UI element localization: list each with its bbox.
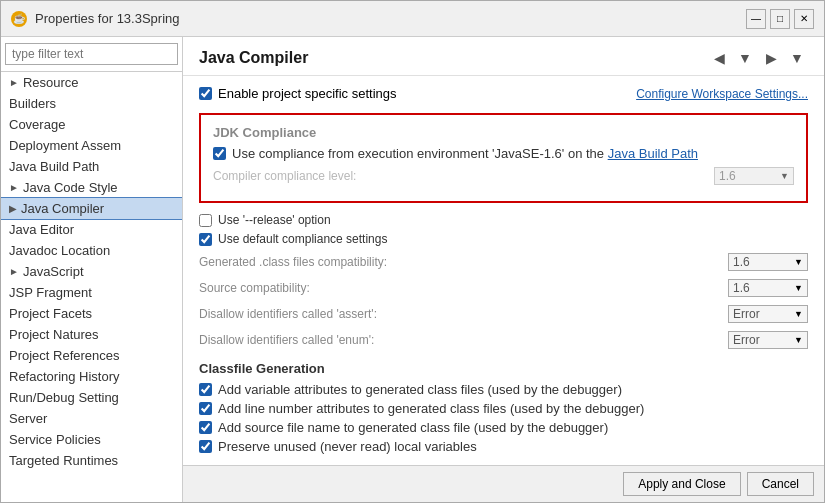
arrow-right-icon: ►: [9, 77, 19, 88]
enable-label: Enable project specific settings: [218, 86, 396, 101]
panel-title: Java Compiler: [199, 49, 308, 67]
dropdown-select-0[interactable]: 1.6 ▼: [728, 253, 808, 271]
main-panel: Java Compiler ◀ ▼ ▶ ▼ Enable project spe…: [183, 37, 824, 502]
toolbar: ◀ ▼ ▶ ▼: [708, 47, 808, 69]
sidebar-item-java-compiler[interactable]: ▶ Java Compiler: [1, 198, 182, 219]
compliance-checkbox[interactable]: [213, 147, 226, 160]
sidebar-item-javadoc-location[interactable]: Javadoc Location: [1, 240, 182, 261]
main-header: Java Compiler ◀ ▼ ▶ ▼: [183, 37, 824, 76]
sidebar-item-resource[interactable]: ► Resource: [1, 72, 182, 93]
chevron-down-icon4: ▼: [794, 309, 803, 319]
sidebar-item-project-facets[interactable]: Project Facets: [1, 303, 182, 324]
dropdown-row-1: Source compatibility: 1.6 ▼: [199, 277, 808, 299]
sidebar-item-server[interactable]: Server: [1, 408, 182, 429]
arrow-right-icon3: ►: [9, 266, 19, 277]
app-icon: ☕: [11, 11, 27, 27]
chevron-down-icon3: ▼: [794, 283, 803, 293]
apply-close-button[interactable]: Apply and Close: [623, 472, 740, 496]
sidebar-item-targeted-runtimes[interactable]: Targeted Runtimes: [1, 450, 182, 471]
dropdown-row-3: Disallow identifiers called 'enum': Erro…: [199, 329, 808, 351]
classfile-item-3: Preserve unused (never read) local varia…: [199, 439, 808, 454]
sidebar-item-deployment[interactable]: Deployment Assem: [1, 135, 182, 156]
toolbar-back-button[interactable]: ◀: [708, 47, 730, 69]
sidebar-item-coverage[interactable]: Coverage: [1, 114, 182, 135]
java-build-path-link[interactable]: Java Build Path: [608, 146, 698, 161]
configure-workspace-link[interactable]: Configure Workspace Settings...: [636, 87, 808, 101]
sidebar: ► Resource Builders Coverage Deployment …: [1, 37, 183, 502]
dropdown-select-3[interactable]: Error ▼: [728, 331, 808, 349]
window-title: Properties for 13.3Spring: [35, 11, 180, 26]
release-option-row: Use '--release' option: [199, 213, 808, 227]
minimize-button[interactable]: —: [746, 9, 766, 29]
sidebar-item-java-code-style[interactable]: ► Java Code Style: [1, 177, 182, 198]
sidebar-item-project-references[interactable]: Project References: [1, 345, 182, 366]
dropdown-row-2: Disallow identifiers called 'assert': Er…: [199, 303, 808, 325]
compliance-level-label: Compiler compliance level:: [213, 169, 714, 183]
enable-row: Enable project specific settings Configu…: [199, 86, 808, 101]
title-bar-left: ☕ Properties for 13.3Spring: [11, 11, 180, 27]
default-compliance-row: Use default compliance settings: [199, 232, 808, 246]
classfile-item-1: Add line number attributes to generated …: [199, 401, 808, 416]
toolbar-forward-button[interactable]: ▶: [760, 47, 782, 69]
chevron-down-icon2: ▼: [794, 257, 803, 267]
filter-box: [1, 37, 182, 72]
title-bar: ☕ Properties for 13.3Spring — □ ✕: [1, 1, 824, 37]
filter-input[interactable]: [5, 43, 178, 65]
classfile-title: Classfile Generation: [199, 361, 808, 376]
dropdown-select-2[interactable]: Error ▼: [728, 305, 808, 323]
content-area: ► Resource Builders Coverage Deployment …: [1, 37, 824, 502]
maximize-button[interactable]: □: [770, 9, 790, 29]
dropdown-row-0: Generated .class files compatibility: 1.…: [199, 251, 808, 273]
sidebar-item-java-editor[interactable]: Java Editor: [1, 219, 182, 240]
classfile-checkbox-0[interactable]: [199, 383, 212, 396]
release-option-checkbox[interactable]: [199, 214, 212, 227]
classfile-item-0: Add variable attributes to generated cla…: [199, 382, 808, 397]
close-button[interactable]: ✕: [794, 9, 814, 29]
sidebar-item-builders[interactable]: Builders: [1, 93, 182, 114]
enable-checkbox[interactable]: [199, 87, 212, 100]
sidebar-item-java-build-path[interactable]: Java Build Path: [1, 156, 182, 177]
main-content: Enable project specific settings Configu…: [183, 76, 824, 465]
dropdown-label-2: Disallow identifiers called 'assert':: [199, 307, 728, 321]
bottom-toolbar: Apply and Close Cancel: [183, 465, 824, 502]
classfile-checkbox-1[interactable]: [199, 402, 212, 415]
compliance-row: Use compliance from execution environmen…: [213, 146, 794, 161]
arrow-down-icon: ▶: [9, 203, 17, 214]
dropdown-label-1: Source compatibility:: [199, 281, 728, 295]
sidebar-item-service-policies[interactable]: Service Policies: [1, 429, 182, 450]
release-option-label: Use '--release' option: [218, 213, 331, 227]
compliance-level-row: Compiler compliance level: 1.6 ▼: [213, 165, 794, 187]
classfile-item-2: Add source file name to generated class …: [199, 420, 808, 435]
sidebar-item-run-debug-settings[interactable]: Run/Debug Setting: [1, 387, 182, 408]
chevron-down-icon: ▼: [780, 171, 789, 181]
chevron-down-icon5: ▼: [794, 335, 803, 345]
toolbar-dropdown2-button[interactable]: ▼: [786, 47, 808, 69]
dropdown-select-1[interactable]: 1.6 ▼: [728, 279, 808, 297]
sidebar-item-refactoring-history[interactable]: Refactoring History: [1, 366, 182, 387]
arrow-right-icon2: ►: [9, 182, 19, 193]
sidebar-item-javascript[interactable]: ► JavaScript: [1, 261, 182, 282]
enable-left: Enable project specific settings: [199, 86, 396, 101]
dropdown-label-3: Disallow identifiers called 'enum':: [199, 333, 728, 347]
sidebar-item-project-natures[interactable]: Project Natures: [1, 324, 182, 345]
compliance-text: Use compliance from execution environmen…: [232, 146, 698, 161]
classfile-checkbox-2[interactable]: [199, 421, 212, 434]
dropdown-label-0: Generated .class files compatibility:: [199, 255, 728, 269]
window-controls: — □ ✕: [746, 9, 814, 29]
sidebar-item-jsp-fragment[interactable]: JSP Fragment: [1, 282, 182, 303]
toolbar-dropdown-button[interactable]: ▼: [734, 47, 756, 69]
classfile-checkbox-3[interactable]: [199, 440, 212, 453]
jdk-section-title: JDK Compliance: [213, 125, 794, 140]
default-compliance-label: Use default compliance settings: [218, 232, 387, 246]
jdk-compliance-section: JDK Compliance Use compliance from execu…: [199, 113, 808, 203]
properties-window: ☕ Properties for 13.3Spring — □ ✕ ► Reso…: [0, 0, 825, 503]
cancel-button[interactable]: Cancel: [747, 472, 814, 496]
compliance-level-dropdown[interactable]: 1.6 ▼: [714, 167, 794, 185]
default-compliance-checkbox[interactable]: [199, 233, 212, 246]
